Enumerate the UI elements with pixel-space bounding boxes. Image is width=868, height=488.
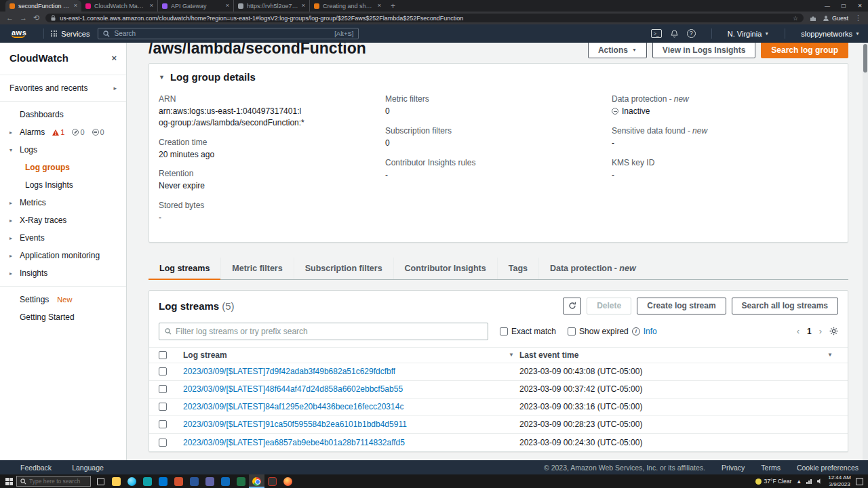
scrollbar-thumb[interactable] bbox=[863, 44, 867, 73]
aws-logo[interactable]: aws bbox=[8, 28, 30, 39]
browser-profile-chip[interactable]: Guest bbox=[823, 15, 848, 22]
taskbar-search-box[interactable] bbox=[16, 476, 91, 487]
taskbar-clock[interactable]: 12:44 AM 3/9/2023 bbox=[828, 474, 851, 488]
page-scrollbar[interactable] bbox=[863, 43, 868, 460]
chrome-icon[interactable] bbox=[249, 474, 264, 488]
close-button[interactable]: ✕ bbox=[852, 0, 868, 12]
column-header-last-event-time[interactable]: Last event time bbox=[519, 350, 578, 360]
log-stream-link[interactable]: 2023/03/09/[$LATEST]84af1295e20b4436bece… bbox=[183, 402, 403, 411]
bookmark-star-icon[interactable]: ☆ bbox=[793, 15, 798, 22]
excel-icon[interactable] bbox=[233, 474, 249, 488]
log-stream-link[interactable]: 2023/03/09/[$LATEST]7d9f42adab3f49b682a5… bbox=[183, 367, 395, 376]
tab-contributor-insights[interactable]: Contributor Insights bbox=[393, 258, 497, 279]
tab-metric-filters[interactable]: Metric filters bbox=[220, 258, 293, 279]
column-header-log-stream[interactable]: Log stream bbox=[183, 350, 227, 360]
tab-close-icon[interactable]: × bbox=[226, 3, 229, 9]
stream-filter-box[interactable] bbox=[159, 323, 488, 340]
account-menu[interactable]: sloppynetworks ▼ bbox=[801, 30, 860, 38]
cloudshell-icon[interactable]: >_ bbox=[651, 29, 662, 38]
tray-expand-chevron-icon[interactable]: ▲ bbox=[796, 479, 802, 485]
tab-subscription-filters[interactable]: Subscription filters bbox=[294, 258, 393, 279]
sidebar-item-dashboards[interactable]: Dashboards bbox=[0, 106, 126, 123]
edge-icon[interactable] bbox=[124, 474, 140, 488]
sidebar-item-alarms[interactable]: ▸ Alarms 1 0 0 bbox=[0, 123, 126, 141]
weather-widget[interactable]: 37°F Clear bbox=[755, 478, 792, 485]
aws-search-input[interactable] bbox=[114, 30, 330, 37]
code-editor-icon[interactable] bbox=[264, 474, 280, 488]
sidebar-item-xray-traces[interactable]: ▸ X-Ray traces bbox=[0, 211, 126, 229]
sidebar-item-favorites[interactable]: Favorites and recents ▸ bbox=[0, 79, 126, 97]
privacy-link[interactable]: Privacy bbox=[722, 464, 745, 472]
log-stream-link[interactable]: 2023/03/09/[$LATEST]91ca50f595584b2ea610… bbox=[183, 420, 407, 429]
maximize-button[interactable]: ▢ bbox=[835, 0, 852, 12]
show-expired-option[interactable]: Show expired i Info bbox=[568, 327, 657, 336]
volume-icon[interactable] bbox=[817, 479, 823, 484]
outlook-icon[interactable] bbox=[218, 474, 233, 488]
tab-tags[interactable]: Tags bbox=[497, 258, 538, 279]
taskbar-search-input[interactable] bbox=[29, 478, 87, 485]
terms-link[interactable]: Terms bbox=[761, 464, 781, 472]
browser-tab-docs[interactable]: Creating and sharing Lambda la × bbox=[309, 0, 385, 12]
language-link[interactable]: Language bbox=[72, 464, 104, 472]
sidebar-item-settings[interactable]: Settings New bbox=[0, 291, 126, 308]
browser-tab-lambda[interactable]: secondFunction - Lambda × bbox=[5, 0, 81, 12]
aws-search-box[interactable]: [Alt+S] bbox=[98, 28, 359, 39]
show-expired-checkbox[interactable] bbox=[568, 327, 576, 336]
browser-menu-kebab-icon[interactable]: ⋮ bbox=[854, 14, 862, 22]
refresh-button[interactable] bbox=[563, 298, 581, 314]
help-icon[interactable]: ? bbox=[687, 29, 696, 38]
row-checkbox[interactable] bbox=[159, 367, 167, 375]
back-icon[interactable]: ← bbox=[6, 14, 14, 22]
info-link[interactable]: Info bbox=[644, 327, 657, 336]
notifications-bell-icon[interactable] bbox=[671, 30, 678, 38]
cookie-preferences-link[interactable]: Cookie preferences bbox=[797, 464, 859, 472]
exact-match-checkbox[interactable] bbox=[500, 327, 508, 336]
word-icon[interactable] bbox=[186, 474, 202, 488]
sort-descending-icon[interactable]: ▼ bbox=[827, 352, 833, 358]
row-checkbox[interactable] bbox=[159, 403, 167, 411]
task-view-icon[interactable] bbox=[93, 474, 108, 488]
firefox-icon[interactable] bbox=[280, 474, 296, 488]
browser-tab-cloudwatch[interactable]: CloudWatch Management Cons × bbox=[81, 0, 157, 12]
search-all-log-streams-button[interactable]: Search all log streams bbox=[732, 298, 838, 314]
tab-close-icon[interactable]: × bbox=[74, 3, 77, 9]
previous-page-icon[interactable]: ‹ bbox=[797, 326, 800, 336]
refresh-icon[interactable]: ⟲ bbox=[33, 14, 39, 22]
sort-descending-icon[interactable]: ▼ bbox=[509, 352, 514, 358]
sidebar-item-log-groups[interactable]: Log groups bbox=[0, 159, 126, 176]
details-card-header[interactable]: ▼ Log group details bbox=[149, 64, 848, 90]
tab-close-icon[interactable]: × bbox=[150, 3, 153, 9]
current-page[interactable]: 1 bbox=[807, 327, 812, 336]
delete-button[interactable]: Delete bbox=[587, 298, 631, 314]
action-center-icon[interactable] bbox=[856, 478, 863, 485]
extensions-puzzle-icon[interactable] bbox=[810, 15, 816, 22]
sidebar-item-events[interactable]: ▸ Events bbox=[0, 229, 126, 247]
teams-icon[interactable] bbox=[202, 474, 218, 488]
browser-tab-apigateway[interactable]: API Gateway × bbox=[157, 0, 233, 12]
start-button[interactable] bbox=[1, 474, 16, 488]
mail-icon[interactable] bbox=[155, 474, 171, 488]
log-stream-link[interactable]: 2023/03/09/[$LATEST]ea6857ab9ebe4b01a28b… bbox=[183, 438, 405, 447]
row-checkbox[interactable] bbox=[159, 385, 167, 393]
sidebar-item-logs-insights[interactable]: Logs Insights bbox=[0, 176, 126, 194]
sidebar-item-getting-started[interactable]: Getting Started bbox=[0, 308, 126, 326]
sidebar-item-logs[interactable]: ▾ Logs bbox=[0, 141, 126, 159]
create-log-stream-button[interactable]: Create log stream bbox=[637, 298, 726, 314]
sidebar-item-metrics[interactable]: ▸ Metrics bbox=[0, 194, 126, 211]
new-tab-button[interactable]: + bbox=[391, 2, 395, 10]
search-log-group-button[interactable]: Search log group bbox=[761, 43, 848, 58]
sidebar-item-application-monitoring[interactable]: ▸ Application monitoring bbox=[0, 247, 126, 264]
region-selector[interactable]: N. Virginia ▼ bbox=[728, 30, 769, 38]
tab-data-protection[interactable]: Data protection- new bbox=[538, 258, 647, 279]
row-checkbox[interactable] bbox=[159, 420, 167, 428]
feedback-link[interactable]: Feedback bbox=[20, 464, 52, 472]
log-stream-link[interactable]: 2023/03/09/[$LATEST]48f644af47d24d858a66… bbox=[183, 384, 403, 394]
forward-icon[interactable]: → bbox=[20, 14, 27, 22]
select-all-checkbox[interactable] bbox=[159, 351, 167, 359]
stream-filter-input[interactable] bbox=[176, 327, 482, 336]
exact-match-option[interactable]: Exact match bbox=[500, 327, 556, 336]
tab-close-icon[interactable]: × bbox=[302, 3, 305, 9]
actions-button[interactable]: Actions ▼ bbox=[588, 43, 647, 58]
tab-log-streams[interactable]: Log streams bbox=[149, 258, 220, 279]
view-in-logs-insights-button[interactable]: View in Logs Insights bbox=[652, 43, 755, 58]
